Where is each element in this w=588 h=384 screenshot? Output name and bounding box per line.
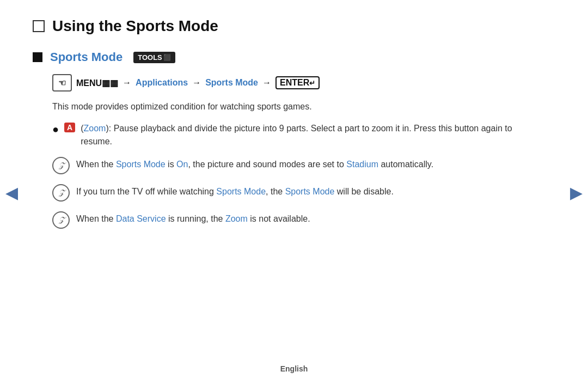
note-item-2: 𝒵 If you turn the TV off while watching … [52, 184, 544, 202]
note-icon-2: 𝒵 [52, 184, 70, 202]
description-text: This mode provides optimized condition f… [52, 100, 544, 113]
bullet-text: (Zoom): Pause playback and divide the pi… [81, 122, 544, 148]
page-title: Using the Sports Mode [52, 17, 218, 35]
note-text-1: When the Sports Mode is On, the picture … [76, 157, 433, 171]
enter-arrow-icon: ↵ [309, 79, 315, 87]
page-title-row: Using the Sports Mode [33, 17, 544, 35]
page-content: Using the Sports Mode Sports Mode TOOLS⬛… [0, 0, 588, 229]
note-item-3: 𝒵 When the Data Service is running, the … [52, 211, 544, 229]
sports-mode-link-menu: Sports Mode [205, 78, 258, 88]
title-checkbox-icon [33, 20, 45, 32]
a-badge: A [64, 123, 75, 132]
menu-text: MENU▦▦ [76, 78, 118, 88]
menu-icon-box: ☜ [52, 74, 72, 92]
bullet-item: ● A (Zoom): Pause playback and divide th… [52, 122, 544, 148]
footer-language: English [0, 364, 588, 373]
arrow-2: → [192, 78, 201, 88]
zoom-link-bullet: Zoom [84, 124, 106, 133]
on-link-note1: On [176, 160, 188, 169]
nav-arrow-right[interactable]: ▶ [570, 182, 583, 202]
zoom-link-note3: Zoom [225, 214, 248, 223]
note-item-1: 𝒵 When the Sports Mode is On, the pictur… [52, 157, 544, 174]
nav-arrow-left[interactable]: ◀ [5, 182, 18, 202]
enter-label: ENTER [280, 78, 309, 88]
menu-hand-icon: ☜ [58, 78, 66, 88]
arrow-3: → [262, 78, 271, 88]
tools-icon: ⬛ [163, 54, 171, 61]
section-heading-row: Sports Mode TOOLS⬛ [33, 50, 544, 64]
section-title: Sports Mode [50, 50, 122, 64]
sports-mode-link-note2b: Sports Mode [285, 187, 335, 196]
arrow-1: → [122, 78, 131, 88]
tools-badge: TOOLS⬛ [133, 52, 175, 63]
data-service-link: Data Service [116, 214, 166, 223]
note-icon-1: 𝒵 [52, 157, 70, 174]
enter-badge: ENTER↵ [275, 76, 320, 89]
bullet-dot-icon: ● [52, 122, 59, 136]
note-text-3: When the Data Service is running, the Zo… [76, 211, 310, 225]
menu-grid-icon: ▦▦ [102, 78, 118, 88]
sports-mode-link-note2a: Sports Mode [216, 187, 266, 196]
applications-link: Applications [136, 78, 188, 88]
sports-mode-link-note1: Sports Mode [116, 160, 166, 169]
note-text-2: If you turn the TV off while watching Sp… [76, 184, 394, 198]
section-square-icon [33, 52, 42, 62]
menu-label: MENU [76, 78, 102, 88]
menu-path-row: ☜ MENU▦▦ → Applications → Sports Mode → … [52, 74, 544, 92]
note-icon-3: 𝒵 [52, 211, 70, 229]
stadium-link-note1: Stadium [346, 160, 378, 169]
tools-label: TOOLS [138, 53, 162, 62]
